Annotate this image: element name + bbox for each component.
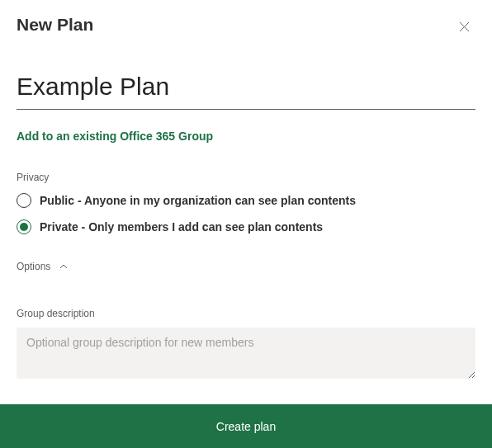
- radio-icon: [17, 193, 31, 208]
- plan-name-input[interactable]: [17, 69, 475, 110]
- radio-label: Public - Anyone in my organization can s…: [40, 194, 356, 207]
- options-toggle[interactable]: Options: [17, 261, 69, 272]
- group-description-textarea[interactable]: [17, 328, 475, 379]
- new-plan-panel: New Plan Add to an existing Office 365 G…: [0, 0, 492, 448]
- panel-title: New Plan: [17, 15, 93, 35]
- group-description-label: Group description: [17, 308, 475, 319]
- panel-header: New Plan: [0, 0, 492, 38]
- panel-footer: Create plan: [0, 404, 492, 448]
- create-plan-button[interactable]: Create plan: [200, 412, 292, 441]
- privacy-public-radio[interactable]: Public - Anyone in my organization can s…: [17, 193, 475, 208]
- privacy-label: Privacy: [17, 172, 475, 183]
- privacy-radio-group: Public - Anyone in my organization can s…: [17, 193, 475, 234]
- close-icon: [459, 21, 470, 32]
- options-label: Options: [17, 261, 50, 272]
- panel-content: Add to an existing Office 365 Group Priv…: [0, 38, 492, 404]
- privacy-private-radio[interactable]: Private - Only members I add can see pla…: [17, 219, 475, 234]
- radio-icon: [17, 219, 31, 234]
- add-existing-group-link[interactable]: Add to an existing Office 365 Group: [17, 130, 213, 143]
- chevron-up-icon: [59, 262, 69, 271]
- close-button[interactable]: [452, 15, 475, 38]
- radio-label: Private - Only members I add can see pla…: [40, 220, 323, 233]
